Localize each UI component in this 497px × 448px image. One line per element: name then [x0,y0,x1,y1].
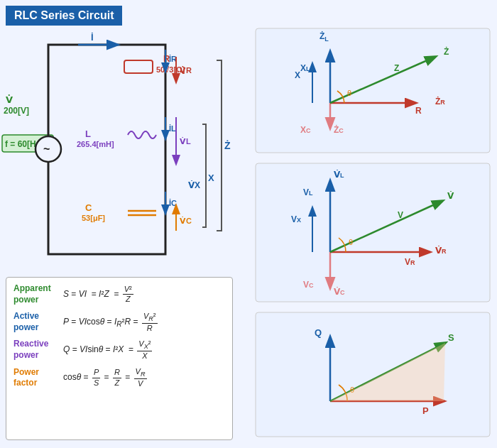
active-power-row: Activepower P = VIcosθ = IR²R = VR²R [13,311,225,333]
svg-text:Ż: Ż [444,46,449,57]
svg-text:V̇: V̇ [6,94,13,105]
svg-text:V̇L: V̇L [334,170,344,180]
power-factor-eq: cosθ = PS = RZ = VRV [63,367,148,388]
reactive-power-row: Reactivepower Q = VIsinθ = I²X = VX²X [13,339,225,361]
reactive-power-label: Reactivepower [13,339,63,361]
svg-text:V̇C: V̇C [180,217,192,225]
svg-text:θ: θ [349,238,353,246]
svg-text:VX: VX [291,214,301,224]
phasor-diagrams: ŻL XC ŻC XL X R ŻR Ż Z θ VL V̇L VC V̇C [252,25,497,444]
apparent-power-eq: S = VI = I²Z = V²Z [63,285,135,304]
svg-rect-33 [256,28,490,153]
svg-text:C: C [85,202,92,213]
svg-text:~: ~ [43,143,50,155]
power-factor-row: Powerfactor cosθ = PS = RZ = VRV [13,367,225,389]
svg-text:X: X [208,173,214,183]
apparent-power-label: Apparentpower [13,283,63,305]
reactive-power-eq: Q = VIsinθ = I²X = VX²X [63,339,153,361]
svg-rect-9 [124,60,153,73]
svg-text:R: R [415,106,422,116]
svg-text:S: S [448,332,454,343]
svg-text:V̇C: V̇C [334,287,345,297]
svg-text:V̇L: V̇L [180,137,191,146]
svg-text:V̇R: V̇R [180,66,192,75]
svg-text:X: X [295,70,300,80]
active-power-eq: P = VIcosθ = IR²R = VR²R [63,312,159,333]
svg-text:V: V [398,210,403,220]
svg-text:Q: Q [315,327,322,338]
circuit-diagram: V̇ 200[V] f = 60[Hz] ~ İ R 50√3[Ω] İR V̇… [0,25,252,288]
svg-text:L: L [85,129,91,139]
svg-text:θ: θ [347,89,351,97]
power-equations-box: Apparentpower S = VI = I²Z = V²Z Activep… [6,277,233,440]
page-title: RLC Series Circuit [6,6,122,26]
svg-text:V̇X: V̇X [188,180,200,190]
svg-text:V̇: V̇ [447,191,454,201]
svg-text:XL: XL [300,63,310,73]
svg-text:VC: VC [303,280,314,290]
svg-text:İL: İL [169,124,176,133]
svg-rect-65 [256,312,490,437]
active-power-label: Activepower [13,311,63,333]
svg-text:53[μF]: 53[μF] [82,214,105,222]
svg-text:Ż: Ż [224,140,231,151]
svg-text:İ: İ [91,32,94,43]
svg-text:265.4[mH]: 265.4[mH] [77,140,114,148]
svg-text:Z: Z [394,63,399,73]
main-container: RLC Series Circuit V̇ 200[V] f = 60[Hz] … [0,0,497,448]
svg-text:V̇R: V̇R [435,246,447,256]
power-factor-label: Powerfactor [13,367,63,389]
svg-text:200[V]: 200[V] [4,106,29,116]
apparent-power-row: Apparentpower S = VI = I²Z = V²Z [13,283,225,305]
svg-text:P: P [422,405,429,416]
svg-text:VR: VR [405,257,415,267]
svg-rect-4 [48,45,165,254]
svg-text:VL: VL [303,187,313,197]
svg-text:XC: XC [300,125,311,135]
